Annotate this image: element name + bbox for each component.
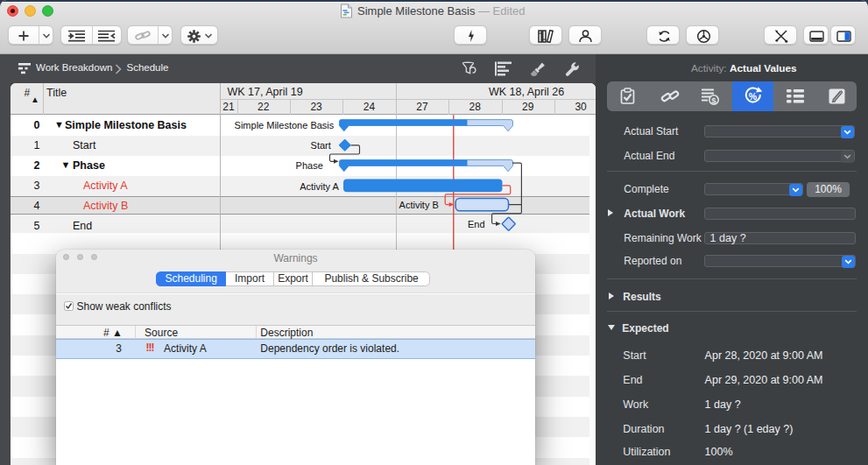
svg-text:End: End (468, 219, 485, 229)
svg-text:%: % (748, 91, 757, 102)
svg-text:Phase: Phase (296, 160, 323, 171)
svg-text:$: $ (711, 95, 716, 105)
svg-text:Activity B: Activity B (399, 200, 439, 210)
svg-text:Activity A: Activity A (300, 181, 339, 192)
svg-text:Simple Milestone Basis: Simple Milestone Basis (235, 120, 335, 130)
svg-text:Start: Start (311, 140, 331, 151)
